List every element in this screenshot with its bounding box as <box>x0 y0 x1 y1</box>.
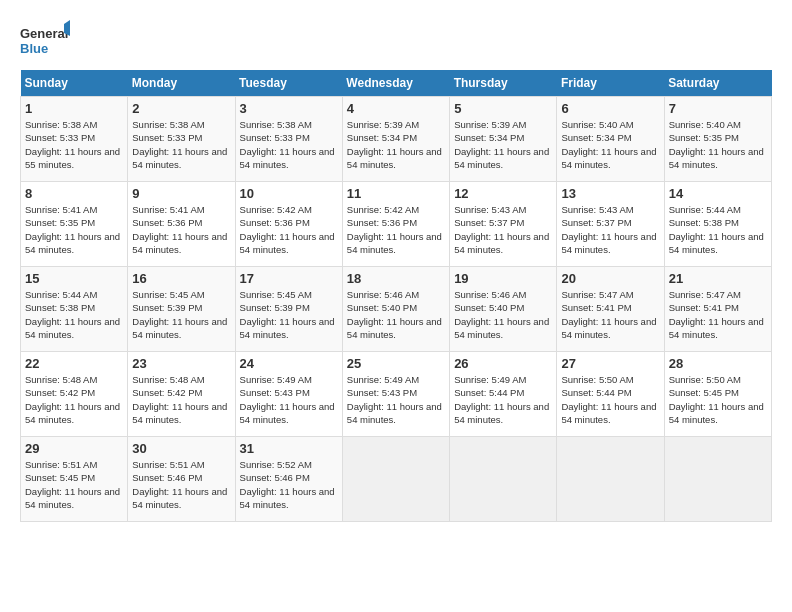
day-number: 21 <box>669 271 767 286</box>
day-number: 16 <box>132 271 230 286</box>
day-info: Sunrise: 5:50 AMSunset: 5:45 PMDaylight:… <box>669 373 767 426</box>
day-info: Sunrise: 5:44 AMSunset: 5:38 PMDaylight:… <box>669 203 767 256</box>
day-info: Sunrise: 5:48 AMSunset: 5:42 PMDaylight:… <box>25 373 123 426</box>
day-number: 26 <box>454 356 552 371</box>
day-info: Sunrise: 5:47 AMSunset: 5:41 PMDaylight:… <box>669 288 767 341</box>
calendar-cell: 30Sunrise: 5:51 AMSunset: 5:46 PMDayligh… <box>128 437 235 522</box>
day-info: Sunrise: 5:48 AMSunset: 5:42 PMDaylight:… <box>132 373 230 426</box>
day-number: 14 <box>669 186 767 201</box>
calendar-cell: 5Sunrise: 5:39 AMSunset: 5:34 PMDaylight… <box>450 97 557 182</box>
day-info: Sunrise: 5:39 AMSunset: 5:34 PMDaylight:… <box>454 118 552 171</box>
calendar-cell: 8Sunrise: 5:41 AMSunset: 5:35 PMDaylight… <box>21 182 128 267</box>
calendar-cell: 31Sunrise: 5:52 AMSunset: 5:46 PMDayligh… <box>235 437 342 522</box>
day-number: 12 <box>454 186 552 201</box>
day-info: Sunrise: 5:49 AMSunset: 5:43 PMDaylight:… <box>347 373 445 426</box>
day-number: 20 <box>561 271 659 286</box>
calendar-cell: 15Sunrise: 5:44 AMSunset: 5:38 PMDayligh… <box>21 267 128 352</box>
day-info: Sunrise: 5:40 AMSunset: 5:34 PMDaylight:… <box>561 118 659 171</box>
day-number: 24 <box>240 356 338 371</box>
day-number: 27 <box>561 356 659 371</box>
day-number: 8 <box>25 186 123 201</box>
calendar-week-row: 29Sunrise: 5:51 AMSunset: 5:45 PMDayligh… <box>21 437 772 522</box>
day-info: Sunrise: 5:51 AMSunset: 5:46 PMDaylight:… <box>132 458 230 511</box>
day-number: 6 <box>561 101 659 116</box>
calendar-cell: 3Sunrise: 5:38 AMSunset: 5:33 PMDaylight… <box>235 97 342 182</box>
day-number: 11 <box>347 186 445 201</box>
day-number: 13 <box>561 186 659 201</box>
day-number: 15 <box>25 271 123 286</box>
day-info: Sunrise: 5:38 AMSunset: 5:33 PMDaylight:… <box>240 118 338 171</box>
day-info: Sunrise: 5:45 AMSunset: 5:39 PMDaylight:… <box>240 288 338 341</box>
day-info: Sunrise: 5:43 AMSunset: 5:37 PMDaylight:… <box>561 203 659 256</box>
day-number: 7 <box>669 101 767 116</box>
day-header-monday: Monday <box>128 70 235 97</box>
calendar-cell: 6Sunrise: 5:40 AMSunset: 5:34 PMDaylight… <box>557 97 664 182</box>
calendar-week-row: 22Sunrise: 5:48 AMSunset: 5:42 PMDayligh… <box>21 352 772 437</box>
day-header-thursday: Thursday <box>450 70 557 97</box>
calendar-cell <box>557 437 664 522</box>
day-number: 30 <box>132 441 230 456</box>
calendar-cell: 4Sunrise: 5:39 AMSunset: 5:34 PMDaylight… <box>342 97 449 182</box>
day-number: 3 <box>240 101 338 116</box>
day-number: 2 <box>132 101 230 116</box>
calendar-cell: 14Sunrise: 5:44 AMSunset: 5:38 PMDayligh… <box>664 182 771 267</box>
day-number: 9 <box>132 186 230 201</box>
day-number: 22 <box>25 356 123 371</box>
day-header-sunday: Sunday <box>21 70 128 97</box>
day-info: Sunrise: 5:52 AMSunset: 5:46 PMDaylight:… <box>240 458 338 511</box>
calendar-cell: 7Sunrise: 5:40 AMSunset: 5:35 PMDaylight… <box>664 97 771 182</box>
calendar-cell: 1Sunrise: 5:38 AMSunset: 5:33 PMDaylight… <box>21 97 128 182</box>
day-info: Sunrise: 5:44 AMSunset: 5:38 PMDaylight:… <box>25 288 123 341</box>
day-info: Sunrise: 5:46 AMSunset: 5:40 PMDaylight:… <box>454 288 552 341</box>
day-info: Sunrise: 5:45 AMSunset: 5:39 PMDaylight:… <box>132 288 230 341</box>
calendar-cell: 21Sunrise: 5:47 AMSunset: 5:41 PMDayligh… <box>664 267 771 352</box>
day-header-wednesday: Wednesday <box>342 70 449 97</box>
day-number: 23 <box>132 356 230 371</box>
calendar-cell: 26Sunrise: 5:49 AMSunset: 5:44 PMDayligh… <box>450 352 557 437</box>
svg-text:Blue: Blue <box>20 41 48 56</box>
calendar-cell: 17Sunrise: 5:45 AMSunset: 5:39 PMDayligh… <box>235 267 342 352</box>
day-header-saturday: Saturday <box>664 70 771 97</box>
day-info: Sunrise: 5:40 AMSunset: 5:35 PMDaylight:… <box>669 118 767 171</box>
calendar-cell: 10Sunrise: 5:42 AMSunset: 5:36 PMDayligh… <box>235 182 342 267</box>
calendar-week-row: 8Sunrise: 5:41 AMSunset: 5:35 PMDaylight… <box>21 182 772 267</box>
day-number: 31 <box>240 441 338 456</box>
day-info: Sunrise: 5:47 AMSunset: 5:41 PMDaylight:… <box>561 288 659 341</box>
page-header: General Blue <box>20 20 772 60</box>
calendar-cell: 12Sunrise: 5:43 AMSunset: 5:37 PMDayligh… <box>450 182 557 267</box>
calendar-header-row: SundayMondayTuesdayWednesdayThursdayFrid… <box>21 70 772 97</box>
calendar-cell: 23Sunrise: 5:48 AMSunset: 5:42 PMDayligh… <box>128 352 235 437</box>
day-number: 17 <box>240 271 338 286</box>
day-info: Sunrise: 5:41 AMSunset: 5:35 PMDaylight:… <box>25 203 123 256</box>
day-number: 5 <box>454 101 552 116</box>
calendar-cell: 27Sunrise: 5:50 AMSunset: 5:44 PMDayligh… <box>557 352 664 437</box>
calendar-cell: 22Sunrise: 5:48 AMSunset: 5:42 PMDayligh… <box>21 352 128 437</box>
calendar-cell <box>342 437 449 522</box>
calendar-cell <box>450 437 557 522</box>
day-number: 4 <box>347 101 445 116</box>
calendar-cell: 13Sunrise: 5:43 AMSunset: 5:37 PMDayligh… <box>557 182 664 267</box>
logo: General Blue <box>20 20 70 60</box>
calendar-cell: 16Sunrise: 5:45 AMSunset: 5:39 PMDayligh… <box>128 267 235 352</box>
day-number: 10 <box>240 186 338 201</box>
day-number: 18 <box>347 271 445 286</box>
day-info: Sunrise: 5:41 AMSunset: 5:36 PMDaylight:… <box>132 203 230 256</box>
calendar-cell: 28Sunrise: 5:50 AMSunset: 5:45 PMDayligh… <box>664 352 771 437</box>
day-info: Sunrise: 5:51 AMSunset: 5:45 PMDaylight:… <box>25 458 123 511</box>
calendar-cell: 29Sunrise: 5:51 AMSunset: 5:45 PMDayligh… <box>21 437 128 522</box>
day-header-tuesday: Tuesday <box>235 70 342 97</box>
calendar-cell: 20Sunrise: 5:47 AMSunset: 5:41 PMDayligh… <box>557 267 664 352</box>
day-info: Sunrise: 5:42 AMSunset: 5:36 PMDaylight:… <box>240 203 338 256</box>
day-info: Sunrise: 5:46 AMSunset: 5:40 PMDaylight:… <box>347 288 445 341</box>
calendar-week-row: 15Sunrise: 5:44 AMSunset: 5:38 PMDayligh… <box>21 267 772 352</box>
day-info: Sunrise: 5:49 AMSunset: 5:44 PMDaylight:… <box>454 373 552 426</box>
day-info: Sunrise: 5:42 AMSunset: 5:36 PMDaylight:… <box>347 203 445 256</box>
day-number: 29 <box>25 441 123 456</box>
calendar-cell: 9Sunrise: 5:41 AMSunset: 5:36 PMDaylight… <box>128 182 235 267</box>
calendar-cell <box>664 437 771 522</box>
day-number: 1 <box>25 101 123 116</box>
logo-icon: General Blue <box>20 20 70 60</box>
day-info: Sunrise: 5:39 AMSunset: 5:34 PMDaylight:… <box>347 118 445 171</box>
calendar-cell: 19Sunrise: 5:46 AMSunset: 5:40 PMDayligh… <box>450 267 557 352</box>
day-info: Sunrise: 5:38 AMSunset: 5:33 PMDaylight:… <box>25 118 123 171</box>
